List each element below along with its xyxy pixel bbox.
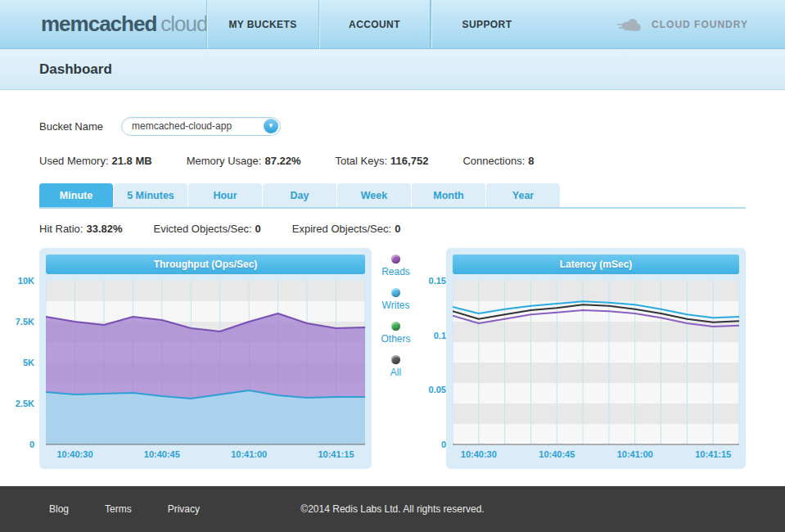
stat-value: 21.8 MB <box>112 155 152 167</box>
y-axis-label: 5K <box>8 357 34 368</box>
y-axis-label: 0 <box>8 439 34 450</box>
y-axis-label: 0 <box>420 439 446 450</box>
throughput-panel: Throughput (Ops/Sec) 10:40:3010:40:4510:… <box>39 248 372 469</box>
legend-item-writes[interactable]: Writes <box>382 288 410 311</box>
footer-link-blog[interactable]: Blog <box>49 503 69 515</box>
footer: ©2014 Redis Labs Ltd. All rights reserve… <box>0 486 785 532</box>
x-axis-label: 10:40:30 <box>56 449 92 459</box>
tab-5-minutes[interactable]: 5 Minutes <box>114 183 187 207</box>
stat-total-keys: Total Keys:116,752 <box>336 155 429 168</box>
x-axis-label: 10:41:00 <box>617 449 653 459</box>
stat-evicted-objects: Evicted Objects/Sec:0 <box>154 223 261 236</box>
stat-label: Hit Ratio: <box>39 223 83 235</box>
stat-label: Connections: <box>462 155 525 167</box>
bucket-select-value: memcached-cloud-app <box>132 120 232 132</box>
throughput-chart-title: Throughput (Ops/Sec) <box>46 255 365 274</box>
latency-plot[interactable]: 10:40:3010:40:4510:41:0010:41:15 <box>453 281 739 462</box>
x-axis-label: 10:40:45 <box>539 449 575 459</box>
charts-row: 10K7.5K5K2.5K0 Throughput (Ops/Sec) 10:4… <box>39 248 746 469</box>
x-axis-label: 10:40:30 <box>461 449 497 459</box>
legend-item-others[interactable]: Others <box>381 322 410 345</box>
legend-label: Reads <box>381 266 410 277</box>
stat-value: 0 <box>395 223 400 235</box>
stat-value: 8 <box>528 155 534 167</box>
time-range-tabs: Minute 5 Minutes Hour Day Week Month Yea… <box>39 183 746 209</box>
app: memcached cloud MY BUCKETS ACCOUNT SUPPO… <box>0 0 785 532</box>
logo-secondary: cloud <box>160 11 207 37</box>
substats-row: Hit Ratio:33.82% Evicted Objects/Sec:0 E… <box>39 223 746 236</box>
reads-dot-icon <box>391 255 400 264</box>
nav-item-support[interactable]: SUPPORT <box>431 0 543 48</box>
cloud-foundry-logo: CLOUD FOUNDRY <box>617 0 785 48</box>
page-header: Dashboard <box>0 49 785 90</box>
chevron-down-icon: ▼ <box>264 119 278 133</box>
stats-row: Used Memory:21.8 MB Memory Usage:87.22% … <box>39 155 746 168</box>
legend-label: Others <box>381 333 410 345</box>
y-axis-label: 2.5K <box>8 398 34 409</box>
x-axis-label: 10:41:00 <box>231 449 267 459</box>
stat-used-memory: Used Memory:21.8 MB <box>39 155 152 168</box>
latency-chart: 0.150.10.050 Latency (mSec) 10:40:3010:4… <box>420 248 746 469</box>
legend-label: All <box>390 367 401 378</box>
all-dot-icon <box>391 355 400 364</box>
stat-label: Expired Objects/Sec: <box>292 223 391 235</box>
y-axis-label: 10K <box>8 275 34 286</box>
footer-link-terms[interactable]: Terms <box>105 503 132 515</box>
cloud-foundry-label: CLOUD FOUNDRY <box>652 19 748 30</box>
tab-week[interactable]: Week <box>337 183 411 207</box>
stat-memory-usage: Memory Usage:87.22% <box>187 155 301 168</box>
bucket-name-label: Bucket Name <box>39 120 121 133</box>
bucket-row: Bucket Name memcached-cloud-app ▼ <box>39 116 746 136</box>
top-nav: memcached cloud MY BUCKETS ACCOUNT SUPPO… <box>0 0 785 49</box>
y-axis-label: 0.15 <box>420 275 446 286</box>
logo[interactable]: memcached cloud <box>0 0 206 48</box>
tab-month[interactable]: Month <box>412 183 485 207</box>
stat-label: Memory Usage: <box>187 155 262 167</box>
chart-legend: Reads Writes Others All <box>373 248 419 469</box>
latency-panel: Latency (mSec) 10:40:3010:40:4510:41:001… <box>446 248 746 469</box>
logo-primary: memcached <box>41 11 156 37</box>
throughput-ylabels: 10K7.5K5K2.5K0 <box>8 275 34 450</box>
legend-label: Writes <box>382 300 410 311</box>
tab-day[interactable]: Day <box>263 183 336 207</box>
stat-label: Total Keys: <box>336 155 388 167</box>
legend-item-reads[interactable]: Reads <box>381 255 410 277</box>
y-axis-label: 0.05 <box>420 384 446 395</box>
others-dot-icon <box>391 322 400 331</box>
nav-item-account[interactable]: ACCOUNT <box>318 0 431 48</box>
latency-ylabels: 0.150.10.050 <box>420 275 446 450</box>
x-axis-label: 10:41:15 <box>695 449 731 459</box>
stat-value: 87.22% <box>264 155 300 167</box>
nav-item-my-buckets[interactable]: MY BUCKETS <box>206 0 318 48</box>
bucket-name-select[interactable]: memcached-cloud-app ▼ <box>121 117 281 136</box>
stat-label: Evicted Objects/Sec: <box>154 223 252 235</box>
stat-value: 116,752 <box>390 155 428 167</box>
cloud-icon <box>617 16 647 33</box>
throughput-chart: 10K7.5K5K2.5K0 Throughput (Ops/Sec) 10:4… <box>8 248 372 469</box>
x-axis-label: 10:41:15 <box>318 449 354 459</box>
writes-dot-icon <box>391 288 400 297</box>
stat-value: 33.82% <box>86 223 122 235</box>
tab-year[interactable]: Year <box>486 183 560 207</box>
x-axis-label: 10:40:45 <box>144 449 180 459</box>
stat-expired-objects: Expired Objects/Sec:0 <box>292 223 401 236</box>
stat-hit-ratio: Hit Ratio:33.82% <box>39 223 123 236</box>
latency-chart-title: Latency (mSec) <box>453 255 739 274</box>
stat-connections: Connections:8 <box>462 155 534 168</box>
y-axis-label: 7.5K <box>8 316 34 327</box>
y-axis-label: 0.1 <box>420 330 446 341</box>
legend-item-all[interactable]: All <box>390 355 401 378</box>
main-content: Bucket Name memcached-cloud-app ▼ Used M… <box>0 90 785 486</box>
throughput-plot[interactable]: 10:40:3010:40:4510:41:0010:41:15 <box>46 281 365 462</box>
stat-value: 0 <box>255 223 261 235</box>
stat-label: Used Memory: <box>39 155 109 167</box>
footer-link-privacy[interactable]: Privacy <box>168 503 200 515</box>
tab-hour[interactable]: Hour <box>188 183 262 207</box>
page-title: Dashboard <box>39 61 112 78</box>
tab-minute[interactable]: Minute <box>39 183 113 207</box>
